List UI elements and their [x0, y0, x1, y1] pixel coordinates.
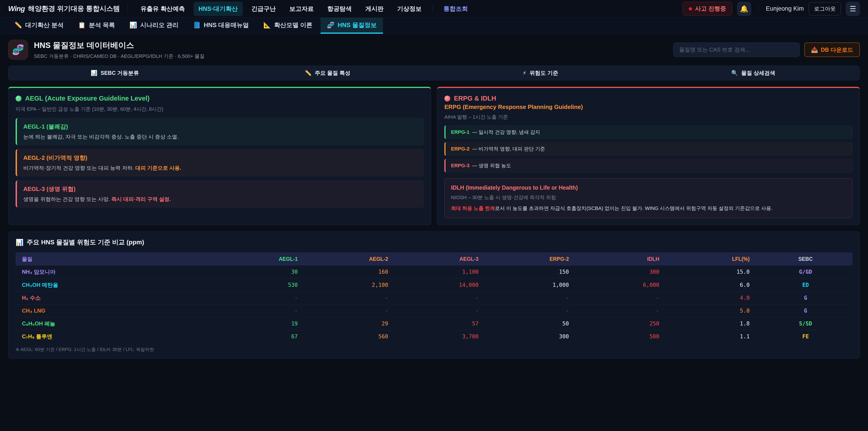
table-row-lng: CH₄ LNG - - - - - 5.0 G	[16, 304, 852, 317]
book-icon: 📘	[193, 22, 201, 29]
erpg-panel-header: ERPG & IDLH	[444, 95, 852, 102]
value-cell: 14,000	[397, 278, 488, 291]
aegl-1-description: 눈에 띄는 불쾌감, 자극 또는 비감각적 증상. 노출 중단 시 증상 소멸.	[23, 133, 417, 140]
nav-right-area: 사고 진행중 🔔 Eunjeong Kim 로그아웃 ☰	[683, 2, 860, 16]
table-row-methanol: CH₃OH 메탄올 530 2,100 14,000 1,000 6,000 6…	[16, 278, 852, 291]
tab-label: 확산모델 이론	[274, 21, 313, 29]
substance-search-input[interactable]	[673, 42, 800, 57]
magnifier-icon: 🔍	[731, 70, 738, 76]
nav-item-integrated-search[interactable]: 통합조회	[438, 2, 473, 16]
value-cell: -	[488, 291, 578, 304]
page-header: 🧬 HNS 물질정보 데이터베이스 SEBC 거동분류 · CHRIS/CAME…	[0, 34, 868, 64]
value-cell: 67	[216, 330, 307, 343]
section-nav-detail-search[interactable]: 🔍 물질 상세검색	[647, 66, 860, 80]
col-sebc: SEBC	[758, 252, 852, 266]
erpg-3-description: — 생명 위협 농도	[472, 162, 511, 169]
value-cell: 2,100	[307, 278, 397, 291]
incident-badge-label: 사고 진행중	[695, 5, 726, 13]
nav-item-aerial-search[interactable]: 항공탐색	[322, 2, 357, 16]
col-erpg2: ERPG-2	[488, 252, 578, 266]
logout-button[interactable]: 로그아웃	[809, 2, 841, 16]
brand: Wing 해양환경 위기대응 통합시스템	[8, 4, 120, 13]
aegl-3-card: AEGL-3 (생명 위협) 생명을 위협하는 건강 영향 또는 사망. 즉시 …	[16, 180, 424, 208]
tab-hns-manual[interactable]: 📘 HNS 대응매뉴얼	[187, 18, 255, 34]
tab-analysis-list[interactable]: 📋 분석 목록	[72, 18, 121, 34]
aegl-2-card: AEGL-2 (비가역적 영향) 비가역적·장기적 건강 영향 또는 대피 능력…	[16, 149, 424, 176]
lightning-icon: ⚡	[523, 70, 526, 76]
page-subtitle: SEBC 거동분류 · CHRIS/CAMEO DB · AEGL/ERPG/I…	[34, 53, 205, 60]
value-cell: 560	[307, 330, 397, 343]
aegl-1-card: AEGL-1 (불쾌감) 눈에 띄는 불쾌감, 자극 또는 비감각적 증상. 노…	[16, 118, 424, 145]
section-nav-sebc[interactable]: 📊 SEBC 거동분류	[8, 66, 221, 80]
substance-name: C₇H₈ 톨루엔	[16, 330, 216, 343]
aegl-2-description: 비가역적·장기적 건강 영향 또는 대피 능력 저하. 대피 기준으로 사용.	[23, 164, 417, 172]
substance-name: C₆H₅OH 페놀	[16, 317, 216, 330]
value-cell: 300	[488, 330, 578, 343]
notification-button[interactable]: 🔔	[737, 2, 751, 16]
value-cell: 150	[488, 266, 578, 278]
nav-item-weather[interactable]: 기상정보	[392, 2, 427, 16]
idlh-title: IDLH (Immediately Dangerous to Life or H…	[451, 184, 846, 191]
tab-label: 분석 목록	[89, 21, 115, 29]
nav-item-oil-spill[interactable]: 유출유 확산예측	[135, 2, 190, 16]
value-cell: 29	[307, 317, 397, 330]
incident-status-badge[interactable]: 사고 진행중	[683, 2, 732, 16]
value-cell: -	[488, 304, 578, 317]
erpg-section-title: ERPG (Emergency Response Planning Guidel…	[444, 103, 852, 111]
tab-label: 대기확산 분석	[25, 21, 64, 29]
pencil-icon: ✏️	[14, 22, 22, 29]
db-download-button[interactable]: 📥 DB 다운로드	[804, 42, 860, 57]
tab-model-theory[interactable]: 📐 확산모델 이론	[257, 18, 319, 34]
table-row-toluene: C₇H₈ 톨루엔 67 560 3,700 300 500 1.1 FE	[16, 330, 852, 343]
table-title: 📊 주요 HNS 물질별 위험도 기준 비교 (ppm)	[16, 238, 852, 247]
erpg-2-description: — 비가역적 영향, 대피 판단 기준	[472, 146, 545, 152]
erpg-2-row: ERPG-2 — 비가역적 영향, 대피 판단 기준	[444, 142, 852, 156]
aegl-2-title: AEGL-2 (비가역적 영향)	[23, 154, 417, 162]
tab-label: 시나리오 관리	[140, 21, 179, 29]
substance-name: CH₄ LNG	[16, 304, 216, 317]
value-cell: 30	[216, 266, 307, 278]
aegl-3-title: AEGL-3 (생명 위협)	[23, 185, 417, 193]
substance-name: CH₃OH 메탄올	[16, 278, 216, 291]
hns-comparison-panel: 📊 주요 HNS 물질별 위험도 기준 비교 (ppm) 물질 AEGL-1 A…	[8, 232, 860, 359]
dna-icon: 🧬	[8, 40, 28, 60]
value-cell: 3,700	[397, 330, 488, 343]
hamburger-icon: ☰	[850, 4, 856, 13]
erpg-1-label: ERPG-1	[451, 129, 469, 135]
tab-hns-substance-info[interactable]: 🧬 HNS 물질정보	[320, 18, 383, 34]
page-header-actions: 📥 DB 다운로드	[673, 42, 860, 57]
section-nav-properties[interactable]: ✏️ 주요 물질 특성	[221, 66, 434, 80]
sebc-cell: G	[758, 304, 852, 317]
nav-item-rescue[interactable]: 긴급구난	[246, 2, 281, 16]
green-dot-icon	[16, 96, 22, 101]
value-cell: -	[578, 291, 669, 304]
table-row-ammonia: NH₃ 암모니아 30 160 1,100 150 300 15.0 G/GD	[16, 266, 852, 278]
erpg-1-row: ERPG-1 — 일시적 건강 영향, 냄새 감지	[444, 125, 852, 139]
tab-label: HNS 물질정보	[338, 21, 377, 29]
value-cell: 4.0	[669, 291, 759, 304]
tab-scenario-management[interactable]: 📊 시나리오 관리	[123, 18, 185, 34]
col-aegl3: AEGL-3	[397, 252, 488, 266]
nav-item-hns-dispersion[interactable]: HNS·대기확산	[193, 2, 243, 16]
clipboard-icon: 📋	[78, 22, 86, 29]
system-title: 해양환경 위기대응 통합시스템	[28, 4, 120, 13]
tab-label: HNS 대응매뉴얼	[204, 21, 249, 29]
value-cell: 500	[578, 330, 669, 343]
tab-dispersion-analysis[interactable]: ✏️ 대기확산 분석	[8, 18, 70, 34]
bell-icon: 🔔	[740, 5, 748, 13]
col-substance: 물질	[16, 252, 216, 266]
wing-logo: Wing	[8, 4, 25, 13]
section-nav-hazard-criteria[interactable]: ⚡ 위험도 기준	[434, 66, 647, 80]
value-cell: 1,100	[397, 266, 488, 278]
hamburger-menu-button[interactable]: ☰	[846, 2, 860, 16]
nav-item-reports[interactable]: 보고자료	[284, 2, 319, 16]
aegl-panel-title: AEGL (Acute Exposure Guideline Level)	[25, 95, 150, 102]
value-cell: 50	[488, 317, 578, 330]
nav-item-board[interactable]: 게시판	[360, 2, 389, 16]
red-dot-icon	[444, 96, 450, 101]
substance-name: H₂ 수소	[16, 291, 216, 304]
page-header-left: 🧬 HNS 물질정보 데이터베이스 SEBC 거동분류 · CHRIS/CAME…	[8, 40, 205, 60]
pencil-icon: ✏️	[305, 70, 312, 76]
sebc-cell: G/GD	[758, 266, 852, 278]
value-cell: 15.0	[669, 266, 759, 278]
